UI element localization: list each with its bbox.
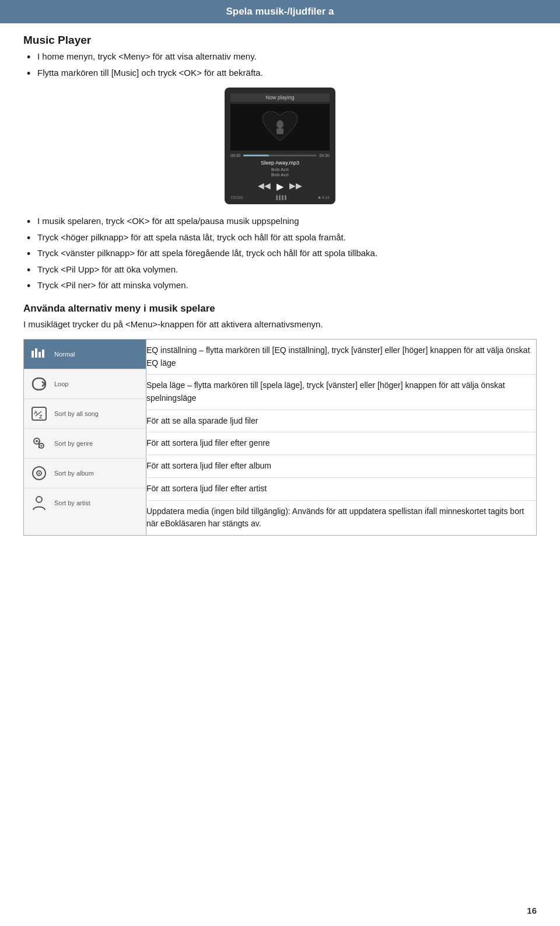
sort-genre-svg <box>31 435 47 452</box>
right-block-playmode: Spela läge – flytta markören till [spela… <box>146 375 536 410</box>
svg-text:Z: Z <box>39 414 43 420</box>
bullet-list-1: I home menyn, tryck <Meny> för att visa … <box>23 50 537 79</box>
menu-table: Normal Loop <box>23 339 537 536</box>
right-block-update: Uppdatera media (ingen bild tillgänglig)… <box>146 501 536 535</box>
menu-item-sortartist[interactable]: Sort by artist <box>24 488 146 518</box>
normal-icon <box>30 345 48 364</box>
player-track-info: Sleep Away.mp3 Bob Acri Bob Acri <box>230 160 330 177</box>
allsong-description: För att se alla sparade ljud filer <box>146 415 536 428</box>
page-number: 16 <box>527 906 537 915</box>
player-progress-bar: 00:20 04:00 <box>230 153 330 158</box>
music-player-mockup: Now playing 00:20 04:00 Sleep Away.mp3 <box>225 88 335 204</box>
sortaz-label: Sort by all song <box>54 410 99 417</box>
normal-label: Normal <box>54 351 75 358</box>
sortalbum-label: Sort by album <box>54 470 94 477</box>
svg-point-11 <box>36 440 38 442</box>
sort-artist-svg <box>31 495 47 511</box>
player-controls: ◀◀ ▶ ▶▶ <box>230 181 330 192</box>
track-name: Sleep Away.mp3 <box>230 160 330 166</box>
next-button[interactable]: ▶▶ <box>289 181 302 192</box>
device-image-area: Now playing 00:20 04:00 Sleep Away.mp3 <box>23 88 537 204</box>
play-button[interactable]: ▶ <box>276 181 284 192</box>
playmode-description: Spela läge – flytta markören till [spela… <box>146 379 536 404</box>
eq-bars-icon <box>31 347 47 361</box>
svg-rect-4 <box>38 352 41 358</box>
sortgenre-icon <box>30 434 48 453</box>
player-album-art <box>230 104 330 151</box>
right-block-genre: För att sortera ljud filer efter genre <box>146 432 536 455</box>
bullet-item: Tryck <höger pilknapp> för att spela näs… <box>23 231 537 244</box>
loop-label: Loop <box>54 380 68 387</box>
progress-track <box>243 155 317 156</box>
right-block-allsong: För att se alla sparade ljud filer <box>146 410 536 433</box>
sort-az-svg: A Z <box>31 406 47 422</box>
bullet-item: Flytta markören till [Music] och tryck <… <box>23 67 537 80</box>
artist-name: Bob Acri <box>230 167 330 172</box>
bottom-mid-text: ▐▐▐▐ <box>275 195 286 200</box>
section2-title: Använda alternativ meny i musik spelare <box>23 303 537 315</box>
prev-button[interactable]: ◀◀ <box>258 181 271 192</box>
player-bottom-bar: 15/100 ▐▐▐▐ ■ 4:14 <box>230 195 330 200</box>
svg-rect-1 <box>276 128 284 134</box>
svg-rect-3 <box>35 348 37 358</box>
menu-item-sortgenre[interactable]: Sort by genre <box>24 429 146 459</box>
time-start: 00:20 <box>230 153 241 158</box>
bottom-right-text: ■ 4:14 <box>318 195 330 200</box>
svg-point-13 <box>41 445 43 447</box>
progress-fill <box>243 155 269 156</box>
sort-album-svg <box>31 465 47 481</box>
artist-description: För att sortera ljud filer efter artist <box>146 483 536 495</box>
menu-item-normal[interactable]: Normal <box>24 340 146 369</box>
time-end: 04:00 <box>319 153 330 158</box>
eq-description: EQ inställning – flytta markören till [E… <box>146 344 536 369</box>
sortartist-icon <box>30 494 48 512</box>
menu-item-loop[interactable]: Loop <box>24 369 146 399</box>
menu-item-sortalbum[interactable]: Sort by album <box>24 459 146 488</box>
right-block-album: För att sortera ljud filer efter album <box>146 455 536 478</box>
update-description: Uppdatera media (ingen bild tillgänglig)… <box>146 505 536 530</box>
svg-point-17 <box>38 473 40 474</box>
menu-item-sortaz[interactable]: A Z Sort by all song <box>24 399 146 429</box>
bullet-item: Tryck <vänster pilknapp> för att spela f… <box>23 247 537 260</box>
svg-point-18 <box>36 497 42 502</box>
bullet-item: I home menyn, tryck <Meny> för att visa … <box>23 50 537 64</box>
sortaz-icon: A Z <box>30 404 48 423</box>
loop-svg-icon <box>31 376 47 392</box>
sortgenre-label: Sort by genre <box>54 440 93 447</box>
sortalbum-icon <box>30 464 48 483</box>
svg-point-0 <box>276 120 284 128</box>
album-name: Bob Acri <box>230 172 330 177</box>
album-description: För att sortera ljud filer efter album <box>146 460 536 473</box>
player-header-label: Now playing <box>230 93 330 102</box>
bullet-item: I musik spelaren, tryck <OK> för att spe… <box>23 215 537 228</box>
bullet-item: Tryck <Pil Upp> för att öka volymen. <box>23 263 537 277</box>
genre-description: För att sortera ljud filer efter genre <box>146 437 536 450</box>
sortartist-label: Sort by artist <box>54 499 90 506</box>
menu-right-column: EQ inställning – flytta markören till [E… <box>146 340 537 536</box>
section1-title: Music Player <box>23 34 537 47</box>
bullet-list-2: I musik spelaren, tryck <OK> för att spe… <box>23 215 537 292</box>
svg-rect-2 <box>32 351 34 358</box>
menu-table-row: Normal Loop <box>24 340 537 536</box>
svg-rect-5 <box>42 350 44 358</box>
bullet-item: Tryck <Pil ner> för att minska volymen. <box>23 279 537 292</box>
menu-left-column: Normal Loop <box>24 340 146 536</box>
right-block-artist: För att sortera ljud filer efter artist <box>146 478 536 501</box>
header-title: Spela musik-/ljudfiler a <box>226 6 334 17</box>
bottom-left-text: 15/100 <box>230 195 243 200</box>
right-block-eq: EQ inställning – flytta markören till [E… <box>146 340 536 375</box>
loop-icon <box>30 375 48 393</box>
section2-intro: I musikläget trycker du på <Menu>-knappe… <box>23 318 537 331</box>
heart-icon <box>262 111 298 144</box>
page-header: Spela musik-/ljudfiler a <box>0 0 560 23</box>
